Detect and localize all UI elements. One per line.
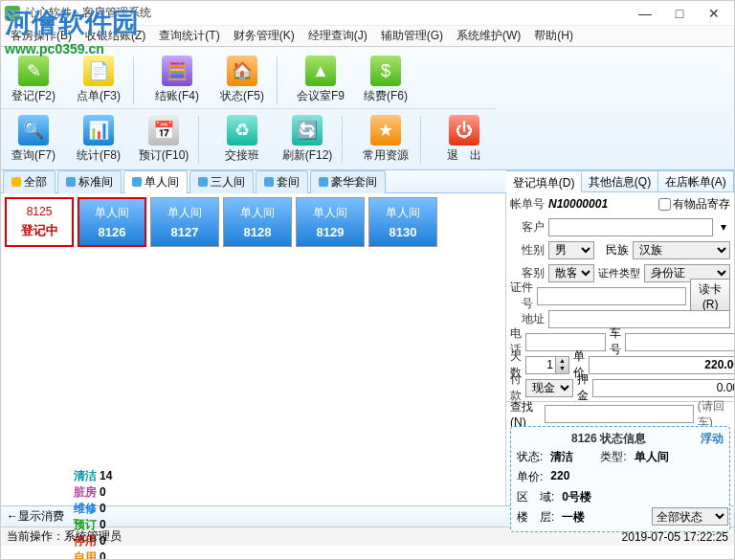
room-card[interactable]: 单人间8130: [368, 197, 437, 247]
legend-count: 14: [100, 469, 112, 482]
room-top: 单人间: [240, 205, 275, 221]
op-value: 系统管理员: [64, 529, 122, 543]
room-grid: 8125登记中单人间8126单人间8127单人间8128单人间8129单人间81…: [1, 193, 506, 505]
room-type-tab[interactable]: 套间: [256, 170, 308, 193]
area-value: 0号楼: [562, 489, 591, 505]
guesttype-select[interactable]: 散客: [548, 264, 594, 282]
menu-item[interactable]: 系统维护(W): [451, 26, 526, 46]
toolbar-button[interactable]: 🔍查询(F7): [1, 111, 66, 168]
status-title: 状态信息: [600, 432, 646, 445]
tool-icon: 📅: [148, 115, 179, 146]
sex-label: 性别: [510, 242, 545, 258]
deposit-label: 押金: [577, 371, 589, 404]
float-link[interactable]: 浮动: [701, 431, 724, 447]
car-input[interactable]: [625, 333, 735, 351]
room-type-tab[interactable]: 三人间: [189, 170, 254, 193]
find-input[interactable]: [545, 405, 694, 423]
type-label: 类型:: [600, 449, 626, 465]
room-number: 登记中: [21, 222, 58, 239]
tab-icon: [66, 177, 76, 187]
room-top: 单人间: [95, 205, 129, 221]
toolbar-button[interactable]: 📄点单(F3): [66, 52, 131, 108]
menu-item[interactable]: 查询统计(T): [153, 26, 225, 46]
toolbar-button[interactable]: ⏻退 出: [432, 111, 497, 168]
toolbar-button[interactable]: 🔄刷新(F12): [275, 111, 340, 168]
status-filter-select[interactable]: 全部状态: [652, 507, 728, 526]
tool-label: 刷新(F12): [282, 147, 333, 164]
tool-icon: ▲: [305, 56, 336, 86]
sprice-label: 单价:: [517, 469, 543, 485]
legend-name: 清洁: [74, 468, 97, 484]
right-tab[interactable]: 其他信息(Q): [582, 171, 657, 191]
tool-label: 点单(F3): [77, 88, 121, 104]
status-bar: 当前操作：系统管理员 2019-07-05 17:22:25: [1, 526, 734, 546]
guest-input[interactable]: [548, 218, 713, 236]
room-type-tab[interactable]: 豪华套间: [310, 170, 386, 193]
toolbar-button[interactable]: $续费(F6): [353, 52, 418, 108]
room-top: 单人间: [167, 205, 202, 221]
room-type-tab[interactable]: 单人间: [123, 170, 188, 193]
room-top: 单人间: [386, 205, 420, 221]
area-label: 区 域:: [517, 489, 554, 505]
room-card[interactable]: 单人间8127: [150, 197, 219, 247]
close-button[interactable]: ✕: [703, 5, 724, 22]
tool-icon: 🏠: [227, 56, 257, 86]
menu-item[interactable]: 收银结账(Z): [79, 26, 151, 46]
room-top: 单人间: [313, 205, 347, 221]
right-pane: 登记填单(D)其他信息(Q)在店帐单(A) 帐单号 N10000001 有物品寄…: [506, 170, 734, 505]
minimize-button[interactable]: —: [635, 5, 656, 22]
stored-items-label: 有物品寄存: [673, 196, 730, 213]
room-card[interactable]: 8125登记中: [5, 197, 74, 247]
room-type-tab[interactable]: 全部: [3, 170, 56, 193]
menu-item[interactable]: 客房操作(B): [5, 26, 78, 46]
phone-input[interactable]: [525, 333, 606, 351]
toolbar-button[interactable]: 🧮结账(F4): [145, 52, 210, 108]
legend-name: 维修: [74, 501, 97, 517]
content-area: 全部标准间单人间三人间套间豪华套间 8125登记中单人间8126单人间8127单…: [1, 170, 734, 505]
idno-input[interactable]: [537, 287, 686, 305]
toolbar-button[interactable]: ♻交接班: [210, 111, 275, 168]
menubar: 客房操作(B)收银结账(Z)查询统计(T)财务管理(K)经理查询(J)辅助管理(…: [1, 26, 734, 47]
tool-icon: ♻: [227, 115, 257, 146]
room-type-tabbar: 全部标准间单人间三人间套间豪华套间: [1, 170, 506, 193]
window-title: 沁心软件 - 客房管理系统: [26, 5, 635, 21]
room-card[interactable]: 单人间8126: [78, 197, 146, 247]
right-tab[interactable]: 在店帐单(A): [658, 171, 734, 191]
room-card[interactable]: 单人间8128: [223, 197, 292, 247]
days-spinner[interactable]: ▲▼: [525, 356, 569, 374]
room-card[interactable]: 单人间8129: [296, 197, 365, 247]
tab-icon: [264, 177, 274, 187]
tab-label: 全部: [24, 174, 47, 190]
sex-select[interactable]: 男: [548, 241, 594, 259]
toolbar-button[interactable]: ▲会议室F9: [288, 52, 353, 108]
addr-input[interactable]: [548, 310, 730, 328]
legend-name: 自用: [74, 549, 97, 561]
stored-items-checkbox[interactable]: [658, 198, 671, 211]
right-tabs: 登记填单(D)其他信息(Q)在店帐单(A): [506, 171, 734, 192]
tool-icon: 📊: [83, 115, 114, 146]
tool-icon: ★: [370, 115, 401, 146]
tool-label: 统计(F8): [77, 147, 121, 164]
menu-item[interactable]: 辅助管理(G): [375, 26, 449, 46]
nation-select[interactable]: 汉族: [633, 241, 730, 259]
toolbar-button[interactable]: ★常用资源: [353, 111, 418, 168]
menu-item[interactable]: 帮助(H): [528, 26, 579, 46]
toolbar-button[interactable]: ✎登记(F2): [1, 52, 66, 108]
price-input[interactable]: [589, 356, 735, 374]
tool-label: 结账(F4): [155, 88, 199, 104]
room-type-tab[interactable]: 标准间: [57, 170, 122, 193]
maximize-button[interactable]: □: [669, 5, 690, 22]
menu-item[interactable]: 财务管理(K): [228, 26, 301, 46]
toolbar-button[interactable]: 📊统计(F8): [66, 111, 131, 168]
deposit-input[interactable]: [592, 379, 735, 397]
toolbar-button[interactable]: 🏠状态(F5): [210, 52, 275, 108]
pay-select[interactable]: 现金: [525, 379, 573, 397]
tab-icon: [132, 177, 142, 187]
show-expense-toggle[interactable]: ←显示消费: [7, 508, 64, 525]
menu-item[interactable]: 经理查询(J): [302, 26, 373, 46]
toolbar-button[interactable]: 📅预订(F10): [131, 111, 196, 168]
right-tab[interactable]: 登记填单(D): [506, 172, 582, 192]
tool-icon: 🔄: [292, 115, 323, 146]
status-num: 8126: [571, 432, 597, 445]
tab-icon: [319, 177, 328, 187]
